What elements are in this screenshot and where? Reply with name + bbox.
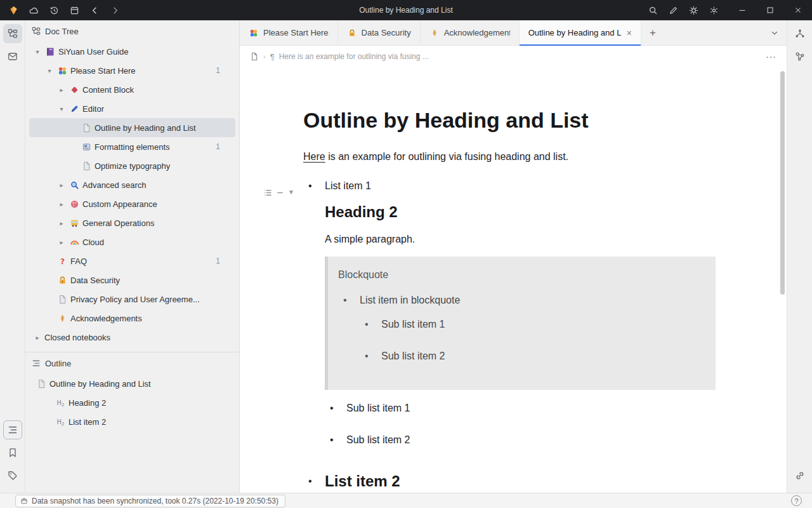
sub-list-item-2-text[interactable]: Sub list item 2 — [346, 432, 410, 448]
doc-tree-item-outline-by-heading-and-list[interactable]: Outline by Heading and List — [29, 118, 235, 137]
breadcrumb-text[interactable]: Here is an example for outlining via fus… — [279, 52, 429, 61]
collapse-arrow-icon[interactable]: ▾ — [56, 105, 67, 112]
backlinks-dock-button[interactable] — [790, 466, 809, 485]
document-title[interactable]: Outline by Heading and List — [303, 105, 716, 135]
blockquote-list-item[interactable]: • List item in blockquote • Sub list ite… — [338, 292, 705, 380]
left-dock-bottom — [3, 420, 22, 485]
help-button[interactable]: ? — [791, 495, 802, 506]
sub-list-item-1[interactable]: • Sub list item 1 — [325, 400, 716, 424]
tab-acknowledgements[interactable]: Acknowledgements — [421, 20, 520, 45]
gutter-list-icon[interactable] — [264, 189, 272, 197]
doc-tree-item-optimize-typography[interactable]: Optimize typography — [29, 156, 235, 175]
list-item-1-body: List item 1 Heading 2 A simple paragraph… — [325, 178, 716, 464]
doc-tree-item-label: General Operations — [81, 218, 154, 228]
doc-tree-item-general-operations[interactable]: ▸General Operations — [29, 213, 235, 232]
edit-button[interactable] — [664, 2, 683, 18]
doc-tree-header-icon — [32, 27, 41, 36]
history-button[interactable] — [44, 2, 63, 18]
sub-list-item-1-text[interactable]: Sub list item 1 — [346, 400, 410, 417]
doc-tree-item-please-start-here[interactable]: ▾Please Start Here1 — [29, 61, 235, 80]
doc-tree-item-formatting-elements[interactable]: Formatting elements1 — [29, 137, 235, 156]
editor-scrollbar[interactable] — [780, 71, 785, 295]
expand-arrow-icon[interactable]: ▸ — [56, 201, 67, 208]
blockquote[interactable]: Blockquote • List item in blockquote • S… — [325, 257, 716, 390]
right-dock-bottom — [790, 466, 809, 485]
block-gutter[interactable]: ▼ — [264, 184, 294, 201]
doc-tree-item-siyuan-user-guide[interactable]: ▾SiYuan User Guide — [29, 42, 235, 61]
list-item-1[interactable]: • List item 1 Heading 2 A simple paragra… — [303, 178, 716, 464]
paragraph-icon[interactable]: ¶ — [270, 52, 275, 62]
graph-dock-button[interactable] — [790, 24, 809, 43]
blockquote-sub-item-1-text[interactable]: Sub list item 1 — [381, 316, 445, 333]
collapse-arrow-icon[interactable]: ▾ — [44, 67, 55, 74]
blockquote-text[interactable]: Blockquote — [338, 267, 705, 283]
theme-button[interactable] — [684, 2, 703, 18]
outline-item-outline-by-heading-and-list[interactable]: Outline by Heading and List — [29, 374, 235, 393]
left-dock — [0, 20, 25, 493]
here-link[interactable]: Here — [303, 151, 325, 162]
inbox-dock-button[interactable] — [3, 47, 22, 66]
doc-tree-item-acknowledgements[interactable]: Acknowledgements — [29, 309, 235, 328]
expand-arrow-icon[interactable]: ▸ — [56, 182, 67, 189]
list-item-1-text[interactable]: List item 1 — [325, 178, 716, 194]
outline-dock-button[interactable] — [3, 420, 22, 439]
close-button[interactable] — [784, 0, 812, 20]
logo-button[interactable] — [4, 2, 23, 18]
tab-outline-by-heading-and-list[interactable]: Outline by Heading and List× — [520, 20, 641, 45]
cloud-button[interactable] — [24, 2, 43, 18]
doc-tree-item-privacy-policy-and-user-agreeme[interactable]: Privacy Policy and User Agreeme... — [29, 290, 235, 309]
expand-arrow-icon[interactable]: ▸ — [56, 86, 67, 93]
expand-arrow-icon[interactable]: ▸ — [56, 239, 67, 246]
intro-paragraph[interactable]: Here is an example for outlining via fus… — [303, 149, 716, 165]
settings-button[interactable] — [704, 2, 723, 18]
gutter-collapse-icon[interactable]: ▼ — [288, 184, 294, 201]
blockquote-list-item-text[interactable]: List item in blockquote — [360, 292, 705, 309]
doc-tree-item-label: Outline by Heading and List — [93, 123, 196, 133]
collapse-arrow-icon[interactable]: ▾ — [32, 48, 43, 55]
new-tab-button[interactable]: + — [641, 20, 664, 45]
doc-tree-item-closed-notebooks[interactable]: ▸Closed notebooks — [29, 328, 235, 347]
document-icon[interactable] — [250, 52, 259, 61]
simple-paragraph[interactable]: A simple paragraph. — [325, 231, 716, 248]
blockquote-sub-item-2[interactable]: • Sub list item 2 — [360, 348, 705, 372]
palette-icon — [67, 198, 81, 210]
blockquote-sub-item-1[interactable]: • Sub list item 1 — [360, 316, 705, 340]
doc-tree-item-cloud[interactable]: ▸Cloud — [29, 232, 235, 251]
doc-tree-item-content-block[interactable]: ▸Content Block — [29, 80, 235, 99]
blockquote-sub-item-2-text[interactable]: Sub list item 2 — [381, 348, 445, 364]
outline-item-list-item-2[interactable]: H2List item 2 — [29, 412, 235, 431]
doc-tree-item-advanced-search[interactable]: ▸Advanced search — [29, 175, 235, 194]
tab-please-start-here[interactable]: Please Start Here — [240, 20, 338, 45]
expand-arrow-icon[interactable]: ▸ — [32, 334, 43, 341]
tag-dock-button[interactable] — [3, 466, 22, 485]
search-button[interactable] — [643, 2, 662, 18]
daily-note-button[interactable] — [65, 2, 84, 18]
doc-tree-item-custom-appearance[interactable]: ▸Custom Appearance — [29, 194, 235, 213]
tab-data-security[interactable]: Data Security — [338, 20, 421, 45]
forward-button[interactable] — [105, 2, 124, 18]
list-item-2[interactable]: • List item 2 1. Ordered list item 1 1pa… — [303, 471, 716, 493]
gutter-item-icon[interactable] — [276, 189, 284, 197]
doc-tree-item-label: Formatting elements — [93, 142, 170, 152]
doc-tree-item-editor[interactable]: ▾Editor — [29, 99, 235, 118]
sub-list-item-2[interactable]: • Sub list item 2 — [325, 432, 716, 456]
tab-close-button[interactable]: × — [625, 29, 632, 37]
doc-tree-dock-button[interactable] — [3, 24, 22, 43]
list-item-2-heading[interactable]: List item 2 — [325, 471, 716, 491]
tab-list-menu-button[interactable] — [763, 20, 787, 45]
maximize-button[interactable] — [756, 0, 784, 20]
editor[interactable]: ▼ Outline by Heading and List Here is an… — [240, 67, 787, 493]
expand-arrow-icon[interactable]: ▸ — [56, 220, 67, 227]
heading-2[interactable]: Heading 2 — [325, 202, 716, 222]
minimize-button[interactable] — [728, 0, 756, 20]
more-button[interactable]: ··· — [766, 51, 776, 62]
outline-item-heading-2[interactable]: H2Heading 2 — [29, 393, 235, 412]
global-graph-dock-button[interactable] — [790, 47, 809, 66]
status-bar: Data snapshot has been synchronized, too… — [0, 493, 812, 508]
doc-tree-item-data-security[interactable]: Data Security — [29, 271, 235, 290]
doc-tree-item-faq[interactable]: ?FAQ1 — [29, 251, 235, 271]
back-button[interactable] — [85, 2, 104, 18]
bookmark-dock-button[interactable] — [3, 443, 22, 462]
right-dock-top — [790, 24, 809, 66]
file-icon — [55, 293, 69, 305]
